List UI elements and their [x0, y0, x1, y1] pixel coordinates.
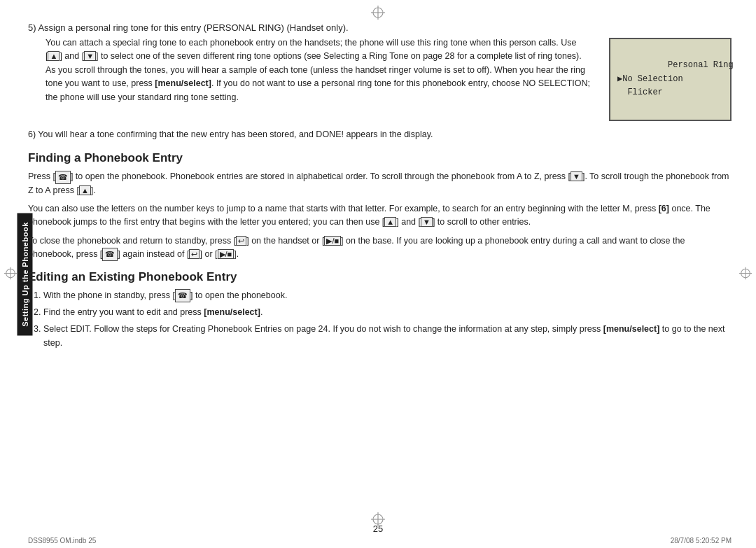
lcd-line3: Flicker: [617, 87, 663, 97]
editing-item-3: Select EDIT. Follow the steps for Creati…: [43, 323, 732, 350]
end-icon-1: ↩: [236, 236, 246, 246]
footer-left: DSS8955 OM.indb 25: [28, 537, 96, 545]
up-icon-1: ▲: [79, 185, 91, 195]
editing-item-1: With the phone in standby, press [☎] to …: [43, 289, 732, 302]
section-5-text: You can attach a special ring tone to ea…: [46, 36, 594, 104]
lcd-display: Personal Ring ▶No Selection Flicker: [609, 38, 732, 121]
play-stop-icon-2: ▶/■: [218, 249, 234, 259]
down-icon-1: ▼: [570, 171, 582, 181]
down-icon-2: ▼: [421, 217, 433, 227]
main-content: 5) Assign a personal ring tone for this …: [28, 22, 732, 514]
page-number: 25: [373, 524, 383, 534]
play-stop-icon-1: ▶/■: [324, 236, 341, 246]
arrow-up-icon: ▲: [48, 51, 59, 61]
menu-select-ref-2: [menu/select]: [204, 307, 260, 317]
section-5-body: You can attach a special ring tone to ea…: [28, 36, 732, 121]
crosshair-right: [739, 267, 752, 281]
crosshair-left: [4, 267, 17, 281]
key-6-ref: [6]: [659, 204, 669, 213]
section-5: 5) Assign a personal ring tone for this …: [28, 22, 732, 121]
crosshair-left-icon: [4, 267, 17, 279]
phonebook-icon-2: ☎: [102, 248, 118, 261]
menu-select-ref-1: [menu/select]: [155, 78, 211, 88]
lcd-line2: ▶No Selection: [617, 74, 683, 84]
finding-para3: To close the phonebook and return to sta…: [28, 234, 732, 262]
finding-para1: Press [☎] to open the phonebook. Phonebo…: [28, 170, 732, 197]
crosshair-right-icon: [739, 267, 752, 279]
section-editing: Editing an Existing Phonebook Entry With…: [28, 270, 732, 351]
menu-select-ref-3: [menu/select]: [603, 324, 660, 334]
up-icon-2: ▲: [384, 217, 396, 227]
footer: DSS8955 OM.indb 25 28/7/08 5:20:52 PM: [28, 537, 732, 545]
phonebook-icon-1: ☎: [55, 171, 71, 184]
finding-para2: You can also use the letters on the numb…: [28, 202, 732, 230]
arrow-down-icon: ▼: [84, 51, 96, 61]
editing-item-2: Find the entry you want to edit and pres…: [43, 306, 732, 319]
phonebook-icon-3: ☎: [175, 289, 190, 302]
editing-list: With the phone in standby, press [☎] to …: [43, 289, 732, 351]
page-container: Setting Up the Phonebook 5) Assign a per…: [0, 0, 756, 548]
section-finding: Finding a Phonebook Entry Press [☎] to o…: [28, 151, 732, 261]
finding-heading: Finding a Phonebook Entry: [28, 151, 732, 165]
lcd-line1: Personal Ring: [668, 60, 734, 70]
crosshair-top-icon: [371, 6, 385, 20]
editing-heading: Editing an Existing Phonebook Entry: [28, 270, 732, 284]
end-icon-2: ↩: [189, 249, 200, 259]
section-5-intro: 5) Assign a personal ring tone for this …: [28, 22, 732, 33]
section-6: 6) You will hear a tone confirming that …: [28, 128, 732, 141]
crosshair-top: [371, 6, 385, 22]
footer-right: 28/7/08 5:20:52 PM: [671, 537, 732, 545]
